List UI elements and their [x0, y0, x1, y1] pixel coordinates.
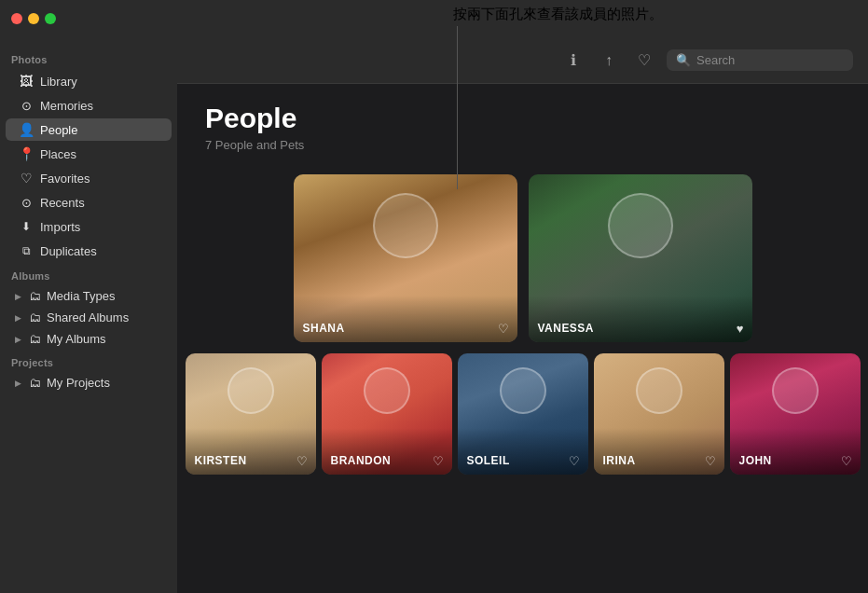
heart-kirsten: ♡ — [296, 454, 308, 468]
person-name-soleil: Soleil — [467, 454, 510, 467]
person-card-soleil[interactable]: Soleil ♡ — [458, 353, 588, 475]
sidebar-group-my-albums[interactable]: ▶ 🗂 My Albums — [6, 329, 172, 349]
people-icon: 👤 — [19, 122, 34, 137]
sidebar-section-albums: Albums — [0, 263, 177, 285]
media-types-icon: 🗂 — [29, 289, 41, 303]
sidebar-label-my-albums: My Albums — [47, 332, 106, 346]
people-content: People 7 People and Pets SHANA ♡ VANESSA… — [177, 84, 868, 593]
person-name-irina: Irina — [603, 454, 636, 467]
sidebar-label-favorites: Favorites — [40, 172, 90, 186]
heart-vanessa: ♥ — [737, 322, 744, 336]
person-card-brandon[interactable]: Brandon ♡ — [322, 353, 452, 475]
person-name-vanessa: VANESSA — [538, 322, 594, 335]
sidebar-item-duplicates[interactable]: ⧉ Duplicates — [6, 240, 172, 262]
heart-soleil: ♡ — [569, 454, 580, 468]
heart-button[interactable]: ♡ — [631, 48, 657, 74]
people-count: 7 People and Pets — [205, 138, 840, 152]
sidebar-label-places: Places — [40, 147, 76, 161]
sidebar-group-media-types[interactable]: ▶ 🗂 Media Types — [6, 286, 172, 306]
sidebar-item-places[interactable]: 📍 Places — [6, 143, 172, 165]
person-name-kirsten: Kirsten — [195, 454, 247, 467]
shared-albums-icon: 🗂 — [29, 310, 41, 324]
memories-icon: ⊙ — [19, 98, 34, 113]
sidebar-section-photos: Photos — [0, 47, 177, 69]
sidebar-label-media-types: Media Types — [47, 289, 115, 303]
library-icon: 🖼 — [19, 74, 34, 89]
my-projects-icon: 🗂 — [29, 376, 41, 390]
app-window: Photos 🖼 Library ⊙ Memories 👤 People 📍 P… — [0, 37, 868, 593]
person-name-shana: SHANA — [303, 322, 345, 335]
minimize-button[interactable] — [28, 13, 39, 24]
traffic-lights — [11, 13, 56, 24]
sidebar-label-shared-albums: Shared Albums — [47, 310, 129, 324]
face-circle-john — [772, 367, 819, 414]
recents-icon: ⊙ — [19, 195, 34, 210]
places-icon: 📍 — [19, 146, 34, 161]
sidebar-group-my-projects[interactable]: ▶ 🗂 My Projects — [6, 373, 172, 393]
face-circle-soleil — [500, 367, 546, 414]
heart-icon: ♡ — [638, 51, 651, 69]
sidebar-label-my-projects: My Projects — [47, 376, 110, 390]
person-card-kirsten[interactable]: Kirsten ♡ — [186, 353, 316, 475]
content-area: ℹ ↑ ♡ 🔍 People 7 People and Pets SHANA — [177, 37, 868, 593]
titlebar — [0, 0, 868, 37]
sidebar-label-duplicates: Duplicates — [40, 244, 97, 258]
person-name-brandon: Brandon — [331, 454, 392, 467]
toolbar: ℹ ↑ ♡ 🔍 — [177, 37, 868, 84]
sidebar-item-favorites[interactable]: ♡ Favorites — [6, 167, 172, 189]
sidebar-group-shared-albums[interactable]: ▶ 🗂 Shared Albums — [6, 308, 172, 327]
share-icon: ↑ — [605, 52, 613, 69]
face-circle-irina — [636, 367, 682, 414]
people-small-grid: Kirsten ♡ Brandon ♡ Soleil ♡ Irina ♡ — [205, 353, 840, 475]
chevron-right-icon3: ▶ — [15, 335, 21, 344]
sidebar-label-library: Library — [40, 75, 77, 89]
sidebar-label-imports: Imports — [40, 220, 80, 234]
favorites-icon: ♡ — [19, 171, 34, 186]
sidebar-item-recents[interactable]: ⊙ Recents — [6, 191, 172, 214]
duplicates-icon: ⧉ — [19, 243, 34, 258]
face-circle-kirsten — [227, 367, 274, 414]
heart-shana: ♡ — [498, 322, 509, 336]
sidebar-label-people: People — [40, 123, 77, 137]
people-large-grid: SHANA ♡ VANESSA ♥ — [205, 174, 840, 342]
chevron-right-icon2: ▶ — [15, 313, 21, 323]
share-button[interactable]: ↑ — [596, 48, 622, 74]
search-box[interactable]: 🔍 — [667, 49, 853, 71]
page-title: People — [205, 103, 840, 134]
sidebar-item-imports[interactable]: ⬇ Imports — [6, 215, 172, 238]
person-card-vanessa[interactable]: VANESSA ♥ — [529, 174, 752, 342]
search-input[interactable] — [696, 53, 844, 67]
face-circle-shana — [373, 193, 438, 258]
close-button[interactable] — [11, 13, 22, 24]
person-name-john: John — [739, 454, 772, 467]
face-circle-vanessa — [608, 193, 673, 258]
person-card-irina[interactable]: Irina ♡ — [594, 353, 724, 475]
imports-icon: ⬇ — [19, 219, 34, 234]
heart-john: ♡ — [841, 454, 852, 468]
search-icon: 🔍 — [676, 53, 691, 67]
info-icon: ℹ — [571, 51, 576, 69]
person-card-john[interactable]: John ♡ — [730, 353, 861, 475]
sidebar-item-memories[interactable]: ⊙ Memories — [6, 94, 172, 117]
sidebar-label-memories: Memories — [40, 99, 93, 113]
sidebar-section-projects: Projects — [0, 350, 177, 372]
my-albums-icon: 🗂 — [29, 332, 41, 346]
chevron-right-icon4: ▶ — [15, 379, 21, 388]
maximize-button[interactable] — [45, 13, 56, 24]
sidebar-item-library[interactable]: 🖼 Library — [6, 70, 172, 92]
sidebar-label-recents: Recents — [40, 196, 85, 210]
info-button[interactable]: ℹ — [560, 48, 586, 74]
face-circle-brandon — [364, 367, 410, 414]
sidebar: Photos 🖼 Library ⊙ Memories 👤 People 📍 P… — [0, 37, 177, 593]
sidebar-item-people[interactable]: 👤 People — [6, 118, 172, 141]
heart-irina: ♡ — [705, 454, 716, 468]
person-card-shana[interactable]: SHANA ♡ — [294, 174, 517, 342]
heart-brandon: ♡ — [433, 454, 444, 468]
chevron-right-icon: ▶ — [15, 292, 21, 301]
